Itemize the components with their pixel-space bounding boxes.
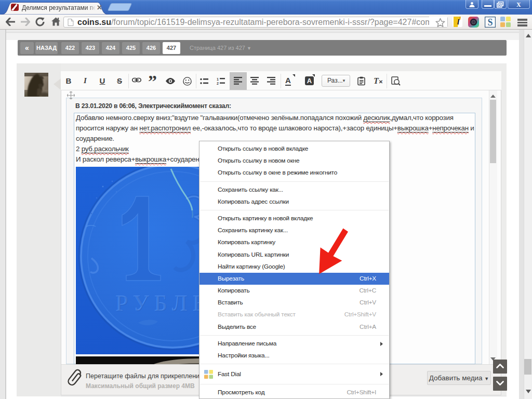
svg-text:1: 1: [217, 77, 219, 81]
svg-text:S: S: [487, 17, 493, 28]
svg-text:РУБЛЬ: РУБЛЬ: [116, 291, 211, 316]
svg-text:2: 2: [217, 82, 219, 85]
